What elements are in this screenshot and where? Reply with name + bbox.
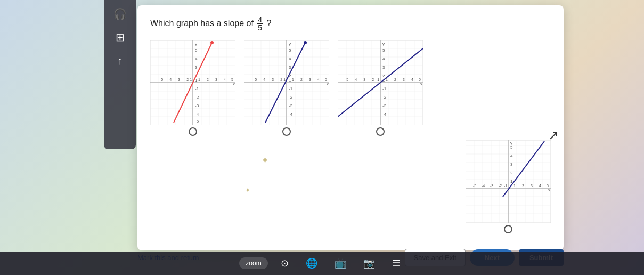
fraction: 4 5 <box>257 16 263 31</box>
svg-text:y: y <box>510 141 512 145</box>
svg-text:-1: -1 <box>189 78 192 82</box>
svg-text:-1: -1 <box>382 86 387 91</box>
svg-text:4: 4 <box>317 78 320 82</box>
svg-text:-2: -2 <box>289 95 293 100</box>
svg-text:-4: -4 <box>482 184 485 188</box>
svg-text:5: 5 <box>289 48 291 53</box>
svg-text:-3: -3 <box>289 103 293 108</box>
svg-text:1: 1 <box>289 78 291 83</box>
svg-text:2: 2 <box>207 78 209 82</box>
svg-text:5: 5 <box>231 78 233 82</box>
graph-4: 5 4 3 2 1 x y -5 -4 -3 -2 -1 1 2 3 4 5 <box>466 140 551 223</box>
graph-item-4: 5 4 3 2 1 x y -5 -4 -3 -2 -1 1 2 3 4 5 <box>466 140 551 233</box>
svg-text:-5: -5 <box>254 78 257 82</box>
svg-text:-2: -2 <box>382 95 387 100</box>
svg-text:-2: -2 <box>371 78 374 82</box>
svg-text:3: 3 <box>531 184 533 188</box>
svg-text:3: 3 <box>510 162 513 167</box>
svg-text:-2: -2 <box>195 95 199 100</box>
svg-text:-1: -1 <box>504 184 507 188</box>
svg-text:-3: -3 <box>490 184 493 188</box>
svg-text:4: 4 <box>289 56 291 61</box>
svg-text:5: 5 <box>325 78 327 82</box>
sidebar: 🎧 ⊞ ↑ <box>104 0 136 149</box>
taskbar-screen[interactable]: 📺 <box>330 255 350 271</box>
svg-text:1: 1 <box>198 78 200 82</box>
main-card: Which graph has a slope of 4 5 ? <box>137 5 564 250</box>
up-icon[interactable]: ↑ <box>110 51 129 70</box>
svg-text:-5: -5 <box>345 78 348 82</box>
taskbar-globe[interactable]: 🌐 <box>301 255 322 271</box>
svg-text:2: 2 <box>394 78 396 82</box>
svg-text:4: 4 <box>510 153 513 158</box>
svg-text:2: 2 <box>510 171 513 175</box>
svg-point-88 <box>304 41 307 44</box>
taskbar-circle[interactable]: ⊙ <box>276 255 293 271</box>
svg-text:3: 3 <box>309 78 311 82</box>
svg-text:3: 3 <box>289 65 291 70</box>
svg-text:-3: -3 <box>362 78 365 82</box>
svg-text:1: 1 <box>292 78 294 82</box>
taskbar-menu[interactable]: ☰ <box>388 255 405 271</box>
svg-text:-4: -4 <box>168 78 172 82</box>
svg-text:5: 5 <box>510 145 513 150</box>
svg-text:-4: -4 <box>195 112 199 117</box>
svg-text:4: 4 <box>195 56 198 61</box>
svg-text:3: 3 <box>403 78 405 82</box>
radio-graph-4[interactable] <box>504 225 512 233</box>
svg-text:-5: -5 <box>160 78 163 82</box>
svg-text:5: 5 <box>547 184 549 188</box>
svg-text:-3: -3 <box>382 103 387 108</box>
svg-text:3: 3 <box>195 65 198 70</box>
svg-text:5: 5 <box>382 48 385 53</box>
graph-item-2: 5 4 3 2 1 -1 -2 -3 -4 x y -5 -4 -3 -2 -1… <box>244 40 329 136</box>
svg-text:-3: -3 <box>271 78 274 82</box>
svg-text:5: 5 <box>195 48 198 53</box>
svg-text:-2: -2 <box>499 184 502 188</box>
svg-text:x: x <box>233 82 235 86</box>
graph-item-3: 5 4 3 2 1 -1 -2 -3 -4 x y -5 -4 -3 -2 -1… <box>338 40 423 136</box>
svg-text:x: x <box>548 188 550 192</box>
svg-text:-4: -4 <box>262 78 265 82</box>
taskbar-camera[interactable]: 📷 <box>359 255 379 271</box>
radio-graph-2[interactable] <box>282 127 291 136</box>
svg-text:-1: -1 <box>376 78 379 82</box>
svg-text:-5: -5 <box>195 119 199 124</box>
svg-text:-1: -1 <box>282 78 286 82</box>
svg-text:-4: -4 <box>289 112 293 117</box>
svg-text:-4: -4 <box>354 78 357 82</box>
svg-text:4: 4 <box>411 78 413 82</box>
svg-text:y: y <box>195 42 197 46</box>
svg-text:3: 3 <box>215 78 217 82</box>
svg-text:x: x <box>420 82 422 86</box>
radio-graph-1[interactable] <box>189 127 197 136</box>
svg-text:y: y <box>289 42 291 46</box>
zoom-button[interactable]: zoom <box>239 257 267 269</box>
svg-text:4: 4 <box>539 184 541 188</box>
svg-text:4: 4 <box>382 56 385 61</box>
graph-2: 5 4 3 2 1 -1 -2 -3 -4 x y -5 -4 -3 -2 -1… <box>244 40 329 125</box>
headphone-icon[interactable]: 🎧 <box>110 4 129 23</box>
svg-text:y: y <box>382 42 385 46</box>
graph-item-1: 5 4 3 2 1 -1 -2 -3 -4 -5 -5 -4 -3 -2 -1 … <box>150 40 235 136</box>
graphs-row-1: 5 4 3 2 1 -1 -2 -3 -4 -5 -5 -4 -3 -2 -1 … <box>150 40 551 136</box>
svg-text:2: 2 <box>522 184 524 188</box>
spacer2 <box>372 140 457 233</box>
svg-text:-3: -3 <box>177 78 180 82</box>
spacer <box>278 140 363 233</box>
svg-text:4: 4 <box>224 78 226 82</box>
svg-text:3: 3 <box>382 65 385 70</box>
svg-text:-1: -1 <box>289 86 293 91</box>
svg-point-44 <box>210 41 214 44</box>
svg-text:5: 5 <box>419 78 421 82</box>
svg-text:-5: -5 <box>473 184 476 188</box>
svg-text:-4: -4 <box>382 112 387 117</box>
question-title: Which graph has a slope of 4 5 ? <box>150 16 551 31</box>
grid-icon[interactable]: ⊞ <box>110 28 129 47</box>
radio-graph-3[interactable] <box>376 127 385 136</box>
graphs-row-2: 5 4 3 2 1 x y -5 -4 -3 -2 -1 1 2 3 4 5 <box>150 140 551 233</box>
graph-3: 5 4 3 2 1 -1 -2 -3 -4 x y -5 -4 -3 -2 -1… <box>338 40 423 125</box>
taskbar: zoom ⊙ 🌐 📺 📷 ☰ <box>0 252 644 275</box>
svg-text:x: x <box>327 82 329 86</box>
svg-text:2: 2 <box>300 78 303 82</box>
